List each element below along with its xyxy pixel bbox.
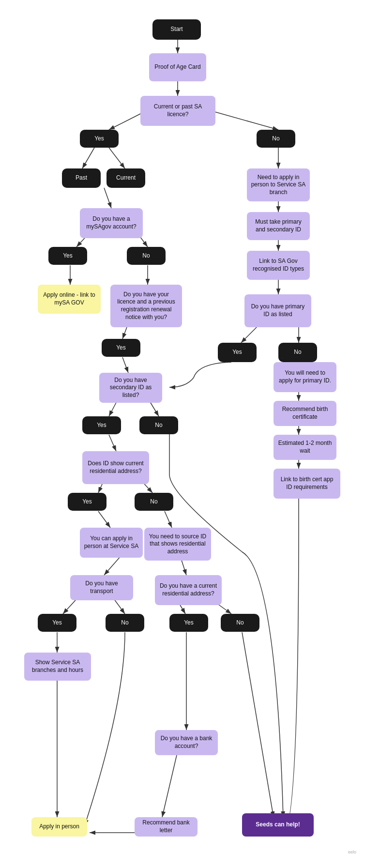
- svg-line-31: [242, 632, 274, 817]
- source-id-node: You need to source ID that shows residen…: [144, 528, 211, 561]
- svg-line-20: [104, 556, 121, 575]
- no-transport-node: No: [106, 614, 144, 632]
- yes-address-node: Yes: [68, 493, 106, 511]
- link-birth-node: Link to birth cert app ID requirements: [274, 469, 340, 499]
- apply-primary-node: You will need to apply for primary ID.: [274, 362, 336, 392]
- yes-primary-node: Yes: [218, 343, 257, 362]
- svg-line-7: [104, 188, 111, 208]
- past-node: Past: [62, 168, 101, 188]
- link-sa-gov-node: Link to SA Gov recognised ID types: [247, 251, 310, 280]
- yes-cur-addr-node: Yes: [169, 614, 208, 632]
- id-show-address-node: Does ID show current residential address…: [82, 451, 149, 484]
- proof-age-node: Proof of Age Card: [149, 53, 206, 81]
- mysagov-node: Do you have a mySAgov account?: [80, 208, 143, 238]
- current-address-node: Do you have a current residential addres…: [155, 575, 222, 605]
- svg-line-19: [98, 511, 110, 528]
- svg-line-21: [165, 511, 172, 528]
- yes-mysagov-node: Yes: [48, 247, 87, 265]
- have-licence-node: Do you have your licence and a previous …: [110, 285, 182, 327]
- flowchart: Start Proof of Age Card Current or past …: [5, 10, 360, 857]
- have-transport-node: Do you have transport: [70, 575, 133, 600]
- show-branches-node: Show Service SA branches and hours: [24, 653, 91, 681]
- need-apply-node: Need to apply in person to Service SA br…: [247, 168, 310, 201]
- recommend-bank-node: Recommend bank letter: [135, 817, 198, 837]
- primary-id-node: Do you have primary ID as listed: [244, 294, 311, 327]
- yes-secondary-node: Yes: [82, 416, 121, 434]
- start-node: Start: [152, 19, 201, 40]
- estimated-wait-node: Estimated 1-2 month wait: [274, 435, 336, 460]
- recommend-birth-node: Recommend birth certificate: [274, 401, 336, 426]
- no-primary-node: No: [278, 343, 317, 362]
- current-node: Current: [106, 168, 145, 188]
- current-past-node: Current or past SA licence?: [140, 96, 215, 126]
- watermark: eelo: [348, 850, 356, 854]
- yes-transport-node: Yes: [38, 614, 76, 632]
- yes-licence-node: Yes: [102, 339, 140, 357]
- yes1-node: Yes: [80, 130, 119, 148]
- svg-line-13: [122, 357, 128, 373]
- no1-node: No: [257, 130, 295, 148]
- no-secondary-node: No: [139, 416, 178, 434]
- svg-line-16: [109, 435, 116, 451]
- bank-account-node: Do you have a bank account?: [155, 730, 218, 755]
- seeds-can-help-node: Seeds can help!: [242, 813, 314, 837]
- svg-line-30: [162, 755, 177, 817]
- svg-line-6: [109, 148, 125, 168]
- no-address-node: No: [135, 493, 173, 511]
- apply-service-sa-node: You can apply in person at Service SA: [80, 528, 143, 558]
- apply-online-node: Apply online - link to mySA GOV: [38, 285, 101, 314]
- svg-line-5: [82, 148, 94, 168]
- svg-line-4: [213, 111, 278, 130]
- apply-in-person-node: Apply in person: [31, 817, 87, 837]
- no-cur-addr-node: No: [221, 614, 259, 632]
- must-take-node: Must take primary and secondary ID: [247, 212, 310, 240]
- secondary-id-node: Do you have secondary ID as listed?: [99, 373, 162, 403]
- no-mysagov-node: No: [127, 247, 166, 265]
- svg-line-3: [109, 111, 145, 130]
